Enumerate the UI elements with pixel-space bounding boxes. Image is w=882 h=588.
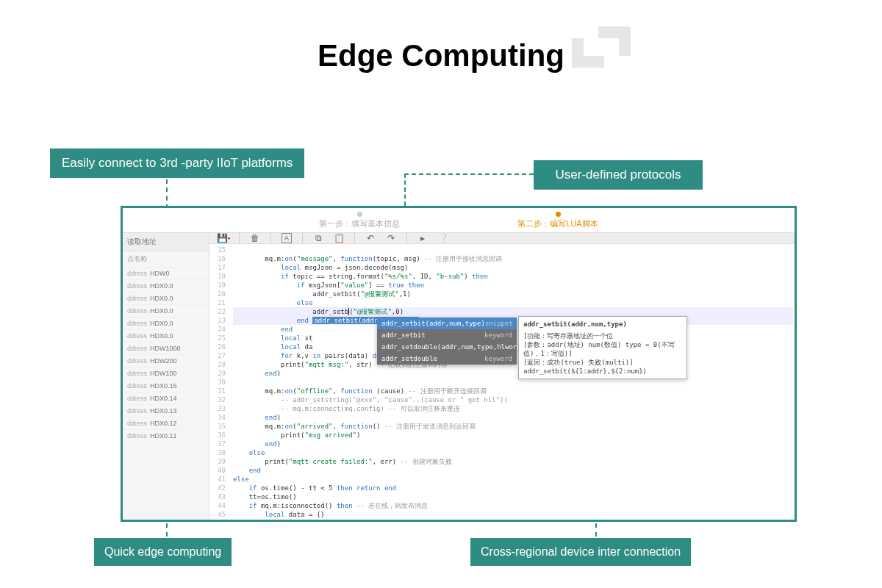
address-row[interactable]: ddressHDX0.0	[123, 318, 209, 330]
callout-edge: Quick edge computing	[94, 538, 232, 566]
tooltip-line: addr_setbit(${1:addr},${2:num})	[523, 367, 682, 376]
address-row[interactable]: ddressHDW200	[123, 355, 209, 368]
address-row[interactable]: ddressHDW100	[123, 368, 209, 380]
address-row[interactable]: ddressHDX0.0	[123, 330, 209, 343]
help-icon[interactable]: ❔	[438, 233, 448, 243]
address-panel: 读取地址 点名称 ddressHDW0ddressHDX0.0ddressHDX…	[123, 233, 209, 520]
autocomplete-item[interactable]: addr_setdoublekeyword	[377, 353, 517, 365]
connector-line	[595, 523, 597, 537]
connector-line	[404, 173, 534, 175]
address-row[interactable]: ddressHDX0.14	[123, 392, 209, 405]
line-gutter: 1516171819202122232425262728293031323334…	[209, 244, 230, 522]
run-icon[interactable]: ▸	[417, 233, 428, 243]
save-icon[interactable]: 💾●	[218, 233, 229, 243]
editor-toolbar: 💾● 🗑 A ⧉ 📋 ↶ ↷ ▸ ❔	[209, 233, 795, 244]
delete-icon[interactable]: 🗑	[250, 233, 260, 243]
address-panel-header: 点名称	[123, 251, 209, 268]
address-panel-title: 读取地址	[123, 233, 209, 251]
code-text[interactable]: mq.m:on("message", function(topic, msg) …	[230, 244, 795, 522]
address-row[interactable]: ddressHDX0.0	[123, 305, 209, 318]
code-editor[interactable]: 1516171819202122232425262728293031323334…	[209, 244, 795, 522]
font-icon[interactable]: A	[282, 233, 292, 243]
paste-icon[interactable]: 📋	[334, 233, 344, 243]
tooltip-box: addr_setbit(addr,num,type) [功能：写寄存器地址的一个…	[518, 316, 687, 379]
address-row[interactable]: ddressHDX0.0	[123, 280, 209, 293]
code-panel: 💾● 🗑 A ⧉ 📋 ↶ ↷ ▸ ❔ 151617181920212223242…	[209, 233, 795, 520]
tab-label: 第一步：填写基本信息	[319, 218, 400, 229]
redo-icon[interactable]: ↷	[386, 233, 396, 243]
connector-line	[166, 179, 168, 209]
undo-icon[interactable]: ↶	[365, 233, 376, 243]
callout-protocols: User-defined protocols	[534, 160, 703, 190]
address-row[interactable]: ddressHDW1000	[123, 343, 209, 355]
tooltip-line: [功能：写寄存器地址的一个位	[523, 331, 682, 340]
autocomplete-item[interactable]: addr_setbit(addr,num,type)snippet	[377, 318, 517, 329]
tooltip-line: [返回：成功(true) 失败(multi)]	[523, 358, 682, 367]
step-tabs: 第一步：填写基本信息 第二步：编写LUA脚本	[123, 208, 795, 233]
autocomplete-item[interactable]: addr_setbitkeyword	[377, 329, 517, 341]
tab-label: 第二步：编写LUA脚本	[517, 218, 598, 229]
tab-step1[interactable]: 第一步：填写基本信息	[319, 212, 400, 229]
address-row[interactable]: ddressHDW0	[123, 268, 209, 280]
connector-line	[404, 173, 406, 206]
autocomplete-popup[interactable]: addr_setbit(addr,num,type)snippet addr_s…	[377, 318, 517, 365]
address-row[interactable]: ddressHDX0.0	[123, 293, 209, 305]
tab-step2[interactable]: 第二步：编写LUA脚本	[517, 212, 598, 229]
tooltip-line: [参数：addr(地址) num(数值) type = 0(不写值)，1：写值)…	[523, 340, 682, 358]
callout-iiot: Easily connect to 3rd -party IIoT platfo…	[50, 148, 304, 178]
callout-cross-regional: Cross-regional device inter connection	[470, 538, 691, 566]
autocomplete-item[interactable]: addr_setdouble(addr,num,type,hlword)snl…	[377, 341, 517, 353]
address-row[interactable]: ddressHDX0.15	[123, 380, 209, 392]
page-title: Edge Computing	[0, 38, 882, 74]
connector-line	[166, 523, 168, 537]
editor-window: 第一步：填写基本信息 第二步：编写LUA脚本 读取地址 点名称 ddressHD…	[121, 206, 797, 522]
address-row[interactable]: ddressHDX0.12	[123, 417, 209, 430]
tooltip-signature: addr_setbit(addr,num,type)	[523, 320, 682, 329]
address-row[interactable]: ddressHDX0.13	[123, 405, 209, 417]
address-row[interactable]: ddressHDX0.11	[123, 430, 209, 442]
copy-icon[interactable]: ⧉	[313, 233, 323, 243]
